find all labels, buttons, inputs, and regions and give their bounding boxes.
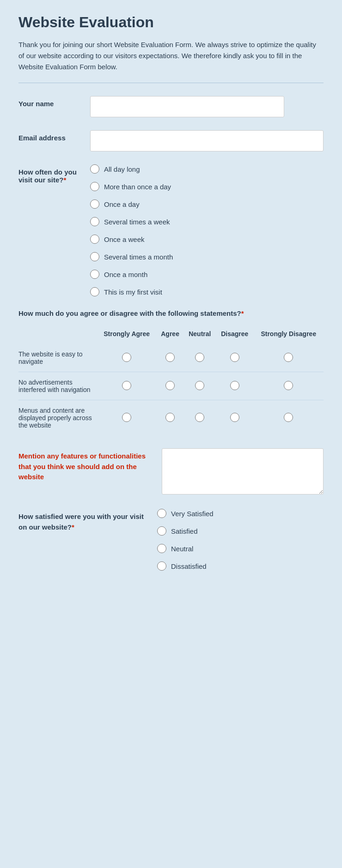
agree-ads-strongly-disagree[interactable] <box>254 372 324 400</box>
email-field: Email address <box>18 130 324 151</box>
satisfied-label-satisfied[interactable]: Satisfied <box>171 527 198 535</box>
visit-radio-once-month[interactable] <box>90 270 99 279</box>
divider <box>18 83 324 83</box>
radio-menus-disagree[interactable] <box>230 413 239 422</box>
satisfied-option-satisfied[interactable]: Satisfied <box>157 526 324 536</box>
your-name-input-wrapper <box>90 96 324 117</box>
radio-nav-neutral[interactable] <box>195 353 204 362</box>
visit-radio-once-week[interactable] <box>90 235 99 244</box>
intro-text: Thank you for joining our short Website … <box>18 39 324 72</box>
radio-nav-strongly-agree[interactable] <box>122 353 131 362</box>
agree-menus-strongly-disagree[interactable] <box>254 400 324 435</box>
your-name-input[interactable] <box>90 96 284 117</box>
agree-nav-strongly-disagree[interactable] <box>254 344 324 372</box>
satisfied-options: Very Satisfied Satisfied Neutral Dissati… <box>157 509 324 571</box>
visit-radio-several-month[interactable] <box>90 252 99 261</box>
visit-freq-radio-group: All day long More than once a day Once a… <box>90 164 324 296</box>
satisfied-radio-neutral[interactable] <box>157 544 166 553</box>
your-name-label: Your name <box>18 96 90 108</box>
radio-menus-neutral[interactable] <box>195 413 204 422</box>
visit-option-more-once[interactable]: More than once a day <box>90 182 324 191</box>
agree-nav-agree[interactable] <box>156 344 183 372</box>
visit-label-first-visit[interactable]: This is my first visit <box>104 288 162 296</box>
satisfied-option-neutral[interactable]: Neutral <box>157 544 324 553</box>
agree-table-header-row: Strongly Agree Agree Neutral Disagree St… <box>18 326 324 344</box>
email-input-wrapper <box>90 130 324 151</box>
radio-nav-agree[interactable] <box>165 353 175 362</box>
visit-option-first-visit[interactable]: This is my first visit <box>90 287 324 296</box>
agree-col-statement <box>18 326 97 344</box>
agree-nav-strongly-agree[interactable] <box>97 344 156 372</box>
agree-col-disagree: Disagree <box>216 326 254 344</box>
table-row: Menus and content are displayed properly… <box>18 400 324 435</box>
agree-menus-agree[interactable] <box>156 400 183 435</box>
page-title: Website Evaluation <box>18 14 324 31</box>
agree-col-agree: Agree <box>156 326 183 344</box>
agree-menus-strongly-agree[interactable] <box>97 400 156 435</box>
radio-menus-agree[interactable] <box>165 413 175 422</box>
radio-ads-agree[interactable] <box>165 381 175 390</box>
visit-label-once-week[interactable]: Once a week <box>104 235 145 243</box>
agree-col-strongly-agree: Strongly Agree <box>97 326 156 344</box>
satisfied-radio-dissatisfied[interactable] <box>157 561 166 571</box>
satisfied-label-very-satisfied[interactable]: Very Satisfied <box>171 510 214 518</box>
table-row: The website is easy to navigate <box>18 344 324 372</box>
satisfied-option-dissatisfied[interactable]: Dissatisfied <box>157 561 324 571</box>
mention-label: Mention any features or functionalities … <box>18 448 153 482</box>
agree-ads-agree[interactable] <box>156 372 183 400</box>
agree-ads-disagree[interactable] <box>216 372 254 400</box>
agree-menus-disagree[interactable] <box>216 400 254 435</box>
agree-ads-strongly-agree[interactable] <box>97 372 156 400</box>
email-label: Email address <box>18 130 90 142</box>
agree-nav-neutral[interactable] <box>184 344 216 372</box>
table-row: No advertisements interfered with naviga… <box>18 372 324 400</box>
email-input[interactable] <box>90 130 324 151</box>
radio-ads-neutral[interactable] <box>195 381 204 390</box>
agree-table: Strongly Agree Agree Neutral Disagree St… <box>18 326 324 435</box>
radio-ads-disagree[interactable] <box>230 381 239 390</box>
agree-statement-nav: The website is easy to navigate <box>18 344 97 372</box>
radio-nav-disagree[interactable] <box>230 353 239 362</box>
visit-option-several-week[interactable]: Several times a week <box>90 217 324 226</box>
visit-option-once-month[interactable]: Once a month <box>90 270 324 279</box>
radio-ads-strongly-agree[interactable] <box>122 381 131 390</box>
satisfied-radio-satisfied[interactable] <box>157 526 166 536</box>
visit-option-all-day[interactable]: All day long <box>90 164 324 174</box>
visit-label-once-month[interactable]: Once a month <box>104 271 147 278</box>
visit-radio-more-once[interactable] <box>90 182 99 191</box>
radio-menus-strongly-agree[interactable] <box>122 413 131 422</box>
visit-freq-options: All day long More than once a day Once a… <box>90 164 324 296</box>
radio-menus-strongly-disagree[interactable] <box>284 413 293 422</box>
satisfied-label-dissatisfied[interactable]: Dissatisfied <box>171 562 207 570</box>
visit-label-several-week[interactable]: Several times a week <box>104 218 170 226</box>
agree-statement-ads: No advertisements interfered with naviga… <box>18 372 97 400</box>
visit-option-once-week[interactable]: Once a week <box>90 235 324 244</box>
agree-ads-neutral[interactable] <box>184 372 216 400</box>
visit-option-once-day[interactable]: Once a day <box>90 199 324 209</box>
agree-nav-disagree[interactable] <box>216 344 254 372</box>
visit-radio-first-visit[interactable] <box>90 287 99 296</box>
visit-freq-label: How often do you visit our site?* <box>18 164 90 184</box>
visit-label-once-day[interactable]: Once a day <box>104 200 140 208</box>
satisfied-radio-very-satisfied[interactable] <box>157 509 166 518</box>
mention-textarea[interactable] <box>162 448 324 494</box>
radio-nav-strongly-disagree[interactable] <box>284 353 293 362</box>
visit-radio-all-day[interactable] <box>90 164 99 174</box>
agree-col-neutral: Neutral <box>184 326 216 344</box>
visit-label-several-month[interactable]: Several times a month <box>104 253 173 261</box>
visit-option-several-month[interactable]: Several times a month <box>90 252 324 261</box>
mention-row: Mention any features or functionalities … <box>18 448 324 496</box>
satisfied-label-neutral[interactable]: Neutral <box>171 545 193 553</box>
mention-textarea-wrapper <box>162 448 324 496</box>
visit-radio-once-day[interactable] <box>90 199 99 209</box>
radio-ads-strongly-disagree[interactable] <box>284 381 293 390</box>
agree-statement-menus: Menus and content are displayed properly… <box>18 400 97 435</box>
satisfied-option-very-satisfied[interactable]: Very Satisfied <box>157 509 324 518</box>
agree-section: How much do you agree or disagree with t… <box>18 309 324 435</box>
visit-label-all-day[interactable]: All day long <box>104 165 140 173</box>
visit-label-more-once[interactable]: More than once a day <box>104 183 171 191</box>
visit-radio-several-week[interactable] <box>90 217 99 226</box>
satisfied-label: How satisfied were you with your visit o… <box>18 509 148 532</box>
agree-section-title: How much do you agree or disagree with t… <box>18 309 324 317</box>
agree-menus-neutral[interactable] <box>184 400 216 435</box>
